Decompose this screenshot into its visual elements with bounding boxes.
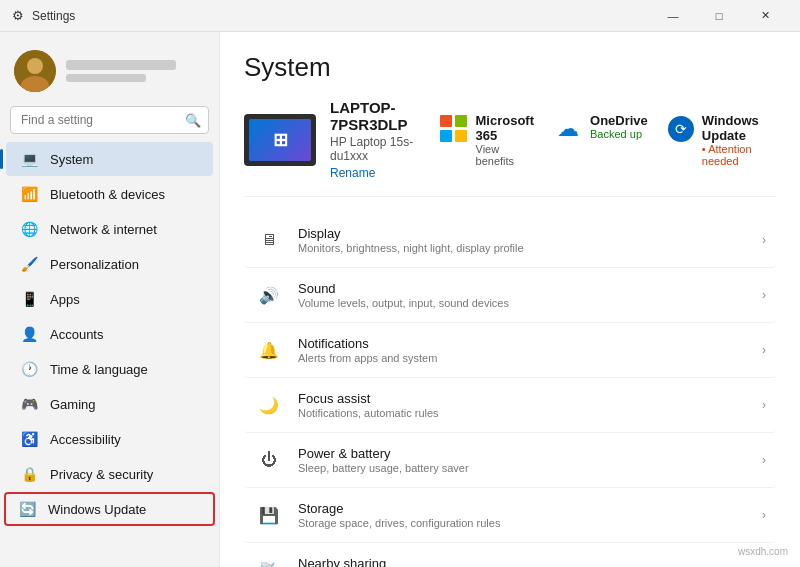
close-button[interactable]: ✕	[742, 0, 788, 32]
windows-update-icon: ⟳	[668, 115, 694, 143]
wu-name: Windows Update	[702, 113, 776, 143]
avatar-image	[14, 50, 56, 92]
sidebar-item-personalization[interactable]: 🖌️ Personalization	[6, 247, 213, 281]
sidebar-item-apps[interactable]: 📱 Apps	[6, 282, 213, 316]
onedrive-name: OneDrive	[590, 113, 648, 128]
nav-icon-windows-update: 🔄	[18, 500, 36, 518]
app-container: 🔍 💻 System 📶 Bluetooth & devices 🌐 Netwo…	[0, 32, 800, 567]
sidebar-item-privacy[interactable]: 🔒 Privacy & security	[6, 457, 213, 491]
sidebar-item-network[interactable]: 🌐 Network & internet	[6, 212, 213, 246]
device-details: LAPTOP-7PSR3DLP HP Laptop 15s-du1xxx Ren…	[330, 99, 440, 180]
rename-link[interactable]: Rename	[330, 166, 375, 180]
settings-icon-sound: 🔊	[254, 280, 284, 310]
nav-label-time: Time & language	[50, 362, 148, 377]
ms365-service[interactable]: Microsoft 365 View benefits	[440, 113, 535, 167]
settings-text-notifications: Notifications Alerts from apps and syste…	[298, 336, 762, 364]
nav-icon-time: 🕐	[20, 360, 38, 378]
sidebar-item-accessibility[interactable]: ♿ Accessibility	[6, 422, 213, 456]
onedrive-icon: ☁	[554, 115, 582, 143]
nav-icon-network: 🌐	[20, 220, 38, 238]
profile-sub	[66, 74, 146, 82]
nav-label-privacy: Privacy & security	[50, 467, 153, 482]
watermark: wsxdh.com	[734, 544, 792, 559]
windows-update-service[interactable]: ⟳ Windows Update • Attention needed	[668, 113, 776, 167]
settings-name-display: Display	[298, 226, 762, 241]
nav-label-accounts: Accounts	[50, 327, 103, 342]
settings-chevron-focus: ›	[762, 398, 766, 412]
search-icon: 🔍	[185, 113, 201, 128]
settings-text-focus: Focus assist Notifications, automatic ru…	[298, 391, 762, 419]
device-card: ⊞ LAPTOP-7PSR3DLP HP Laptop 15s-du1xxx R…	[244, 99, 776, 197]
settings-name-nearby: Nearby sharing	[298, 556, 762, 567]
sidebar-item-windows-update[interactable]: 🔄 Windows Update	[4, 492, 215, 526]
wu-text: Windows Update • Attention needed	[702, 113, 776, 167]
settings-desc-notifications: Alerts from apps and system	[298, 352, 762, 364]
sidebar-item-accounts[interactable]: 👤 Accounts	[6, 317, 213, 351]
settings-name-storage: Storage	[298, 501, 762, 516]
settings-desc-power: Sleep, battery usage, battery saver	[298, 462, 762, 474]
onedrive-cloud-icon: ☁	[557, 116, 579, 142]
nav-label-accessibility: Accessibility	[50, 432, 121, 447]
search-box: 🔍	[10, 106, 209, 134]
sidebar-item-gaming[interactable]: 🎮 Gaming	[6, 387, 213, 421]
nav-icon-system: 💻	[20, 150, 38, 168]
nav-list: 💻 System 📶 Bluetooth & devices 🌐 Network…	[0, 142, 219, 526]
settings-text-sound: Sound Volume levels, output, input, soun…	[298, 281, 762, 309]
main-content: System ⊞ LAPTOP-7PSR3DLP HP Laptop 15s-d…	[220, 32, 800, 567]
ms365-sub: View benefits	[476, 143, 535, 167]
sidebar-item-time[interactable]: 🕐 Time & language	[6, 352, 213, 386]
wu-status: • Attention needed	[702, 143, 776, 167]
profile-section[interactable]	[0, 40, 219, 106]
titlebar-controls: — □ ✕	[650, 0, 788, 32]
settings-chevron-display: ›	[762, 233, 766, 247]
nav-label-apps: Apps	[50, 292, 80, 307]
settings-list: 🖥 Display Monitors, brightness, night li…	[244, 213, 776, 567]
onedrive-service[interactable]: ☁ OneDrive Backed up	[554, 113, 648, 167]
settings-name-focus: Focus assist	[298, 391, 762, 406]
settings-chevron-sound: ›	[762, 288, 766, 302]
settings-text-power: Power & battery Sleep, battery usage, ba…	[298, 446, 762, 474]
settings-text-storage: Storage Storage space, drives, configura…	[298, 501, 762, 529]
settings-icon-storage: 💾	[254, 500, 284, 530]
titlebar: ⚙ Settings — □ ✕	[0, 0, 800, 32]
nav-icon-bluetooth: 📶	[20, 185, 38, 203]
nav-label-personalization: Personalization	[50, 257, 139, 272]
search-input[interactable]	[10, 106, 209, 134]
minimize-button[interactable]: —	[650, 0, 696, 32]
nav-label-windows-update: Windows Update	[48, 502, 146, 517]
settings-icon-nearby: 📡	[254, 555, 284, 567]
settings-chevron-storage: ›	[762, 508, 766, 522]
settings-item-display[interactable]: 🖥 Display Monitors, brightness, night li…	[244, 213, 776, 268]
nav-icon-apps: 📱	[20, 290, 38, 308]
settings-text-display: Display Monitors, brightness, night ligh…	[298, 226, 762, 254]
nav-icon-accounts: 👤	[20, 325, 38, 343]
settings-name-power: Power & battery	[298, 446, 762, 461]
onedrive-status: Backed up	[590, 128, 648, 140]
settings-item-storage[interactable]: 💾 Storage Storage space, drives, configu…	[244, 488, 776, 543]
ms365-icon	[440, 115, 468, 143]
profile-name	[66, 60, 176, 70]
maximize-button[interactable]: □	[696, 0, 742, 32]
avatar	[14, 50, 56, 92]
laptop-icon: ⊞	[244, 114, 316, 166]
sidebar-item-bluetooth[interactable]: 📶 Bluetooth & devices	[6, 177, 213, 211]
profile-info	[66, 60, 176, 82]
device-services: Microsoft 365 View benefits ☁ OneDrive B…	[440, 113, 776, 167]
settings-name-sound: Sound	[298, 281, 762, 296]
settings-icon-notifications: 🔔	[254, 335, 284, 365]
settings-icon-display: 🖥	[254, 225, 284, 255]
laptop-screen: ⊞	[249, 119, 311, 161]
settings-item-power[interactable]: ⏻ Power & battery Sleep, battery usage, …	[244, 433, 776, 488]
settings-item-sound[interactable]: 🔊 Sound Volume levels, output, input, so…	[244, 268, 776, 323]
nav-label-system: System	[50, 152, 93, 167]
sidebar: 🔍 💻 System 📶 Bluetooth & devices 🌐 Netwo…	[0, 32, 220, 567]
settings-item-nearby[interactable]: 📡 Nearby sharing Discoverability, receiv…	[244, 543, 776, 567]
svg-point-1	[27, 58, 43, 74]
titlebar-title: Settings	[32, 9, 75, 23]
settings-icon-focus: 🌙	[254, 390, 284, 420]
settings-desc-focus: Notifications, automatic rules	[298, 407, 762, 419]
settings-item-notifications[interactable]: 🔔 Notifications Alerts from apps and sys…	[244, 323, 776, 378]
page-title: System	[244, 52, 776, 83]
settings-item-focus[interactable]: 🌙 Focus assist Notifications, automatic …	[244, 378, 776, 433]
sidebar-item-system[interactable]: 💻 System	[6, 142, 213, 176]
